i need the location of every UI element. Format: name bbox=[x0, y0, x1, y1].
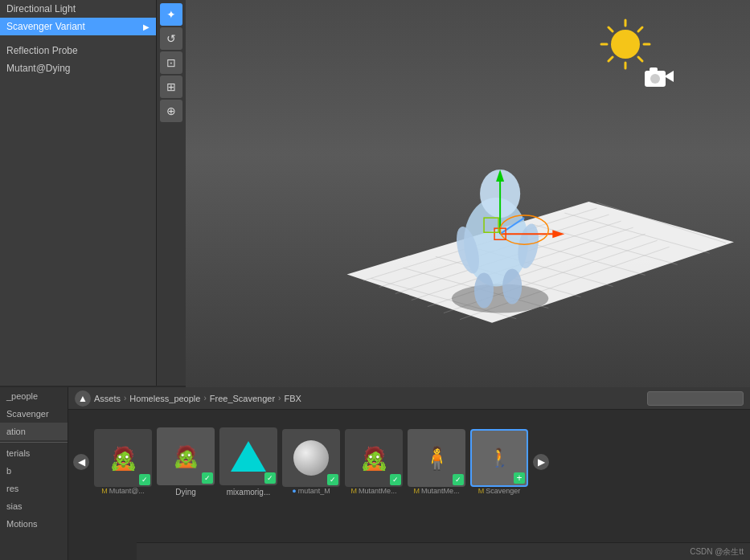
svg-line-24 bbox=[468, 246, 613, 286]
tool-btn-0[interactable]: ✦ bbox=[160, 3, 182, 26]
svg-line-27 bbox=[564, 213, 710, 253]
viewport[interactable] bbox=[186, 0, 750, 387]
svg-line-21 bbox=[371, 278, 517, 318]
sub-sidebar-item-people[interactable]: _people bbox=[0, 387, 68, 405]
camera-icon bbox=[643, 64, 674, 94]
asset-item-mutantme-2[interactable]: 🧍 ✓ M MutantMe... bbox=[408, 429, 465, 495]
sidebar-divider bbox=[0, 442, 68, 443]
svg-line-7 bbox=[638, 27, 642, 31]
svg-point-34 bbox=[474, 272, 494, 308]
svg-line-16 bbox=[395, 221, 621, 293]
sub-sidebar-item-scavenger[interactable]: Scavenger bbox=[0, 405, 68, 423]
breadcrumb-homeless[interactable]: Homeless_people bbox=[129, 394, 200, 403]
asset-thumb-dying: 🧟 ✓ bbox=[157, 427, 215, 485]
svg-point-32 bbox=[453, 224, 484, 276]
sub-sidebar-item-sias[interactable]: sias bbox=[0, 497, 68, 515]
svg-line-8 bbox=[609, 57, 613, 61]
triangle-icon bbox=[231, 441, 266, 472]
status-bar: CSDN @余生tt bbox=[137, 542, 750, 560]
svg-rect-43 bbox=[484, 218, 498, 232]
tool-btn-3[interactable]: ⊞ bbox=[160, 76, 182, 98]
sub-sidebar-item-motions[interactable]: Motions bbox=[0, 515, 68, 533]
asset-item-mutant-dying[interactable]: 🧟 ✓ M Mutant@... bbox=[94, 429, 152, 495]
asset-label-dying: Dying bbox=[175, 488, 196, 497]
svg-line-19 bbox=[444, 240, 658, 313]
asset-thumb-mutant-m: ✓ bbox=[282, 429, 340, 487]
svg-line-20 bbox=[460, 247, 670, 319]
asset-label-mutantme-1: M MutantMe... bbox=[350, 487, 396, 495]
tool-btn-1[interactable]: ↺ bbox=[160, 27, 182, 50]
asset-label-mutantme-2: M MutantMe... bbox=[413, 487, 459, 495]
tool-column: ✦ ↺ ⊡ ⊞ ⊕ bbox=[157, 0, 186, 386]
sub-sidebar-item-ation[interactable]: ation bbox=[0, 423, 68, 440]
svg-line-17 bbox=[412, 227, 633, 300]
tool-btn-2[interactable]: ⊡ bbox=[160, 51, 182, 74]
sub-sidebar-item-res[interactable]: res bbox=[0, 480, 68, 497]
svg-point-41 bbox=[500, 215, 548, 244]
svg-line-26 bbox=[532, 224, 678, 264]
breadcrumb-sep-3: › bbox=[278, 394, 281, 403]
asset-check-2: ✓ bbox=[202, 472, 213, 484]
asset-thumb-mutantme-2: 🧍 ✓ bbox=[408, 429, 465, 487]
asset-thumb-mutantme-1: 🧟 ✓ bbox=[345, 429, 403, 487]
bottom-panel: 制台 _people Scavenger ation terials b res… bbox=[0, 387, 750, 560]
svg-point-29 bbox=[452, 284, 548, 313]
svg-point-31 bbox=[480, 170, 520, 218]
svg-marker-10 bbox=[666, 71, 674, 82]
asset-label-mutant-m: ● mutant_M bbox=[292, 487, 330, 495]
svg-line-25 bbox=[500, 235, 645, 275]
asset-item-mixamorig[interactable]: ✓ mixamorig... bbox=[219, 427, 277, 497]
left-sub-sidebar: _people Scavenger ation terials b res si… bbox=[0, 387, 68, 560]
sub-sidebar-item-b[interactable]: b bbox=[0, 462, 68, 480]
asset-thumb-mixamorig: ✓ bbox=[219, 427, 277, 485]
asset-thumb-scavenger: 🚶 + bbox=[470, 429, 528, 487]
svg-marker-13 bbox=[347, 202, 734, 323]
sphere-icon bbox=[293, 440, 329, 476]
asset-label-mixamorig: mixamorig... bbox=[227, 488, 270, 497]
asset-check-1: ✓ bbox=[139, 474, 150, 485]
prev-asset-arrow[interactable]: ◀ bbox=[73, 454, 89, 470]
breadcrumb-bar: ▲ Assets › Homeless_people › Free_Scaven… bbox=[68, 387, 750, 410]
sidebar-item-empty bbox=[0, 35, 156, 42]
sidebar-item-directional-light[interactable]: Directional Light bbox=[0, 0, 156, 18]
sidebar-item-reflection-probe[interactable]: Reflection Probe bbox=[0, 42, 156, 59]
breadcrumb-sep-2: › bbox=[203, 394, 206, 403]
next-asset-arrow[interactable]: ▶ bbox=[533, 454, 549, 470]
assets-grid: ◀ 🧟 ✓ M Mutant@... 🧟 ✓ Dying bbox=[68, 410, 750, 514]
asset-item-scavenger[interactable]: 🚶 + M Scavenger bbox=[470, 429, 528, 495]
left-sidebar: Directional Light Scavenger Variant ▶ Re… bbox=[0, 0, 157, 386]
asset-check-6: ✓ bbox=[453, 474, 464, 485]
svg-marker-37 bbox=[496, 170, 504, 182]
asset-thumb-mutant-dying: 🧟 ✓ bbox=[94, 429, 152, 487]
breadcrumb-up-arrow[interactable]: ▲ bbox=[75, 390, 91, 407]
svg-point-0 bbox=[611, 30, 640, 59]
breadcrumb-fbx[interactable]: FBX bbox=[284, 394, 301, 403]
sidebar-item-scavenger-variant[interactable]: Scavenger Variant ▶ bbox=[0, 18, 156, 35]
asset-label-scavenger: M Scavenger bbox=[478, 487, 521, 495]
asset-item-dying[interactable]: 🧟 ✓ Dying bbox=[157, 427, 215, 497]
svg-marker-39 bbox=[552, 230, 564, 238]
svg-line-15 bbox=[379, 215, 609, 287]
asset-check-5: ✓ bbox=[390, 474, 401, 485]
sub-sidebar-item-materials[interactable]: terials bbox=[0, 444, 68, 462]
svg-point-30 bbox=[464, 198, 528, 286]
sidebar-item-mutant-dying[interactable]: Mutant@Dying bbox=[0, 59, 156, 77]
svg-line-5 bbox=[609, 27, 613, 31]
asset-plus-scavenger: + bbox=[514, 472, 525, 484]
asset-item-mutant-m[interactable]: ✓ ● mutant_M bbox=[282, 429, 340, 495]
breadcrumb-scavenger[interactable]: Free_Scavenger bbox=[210, 394, 275, 403]
search-input[interactable] bbox=[647, 391, 744, 406]
svg-line-6 bbox=[638, 57, 642, 61]
chevron-right-icon: ▶ bbox=[143, 22, 150, 31]
asset-check-3: ✓ bbox=[264, 472, 276, 484]
svg-line-40 bbox=[500, 218, 524, 234]
svg-line-14 bbox=[363, 208, 597, 280]
tool-btn-4[interactable]: ⊕ bbox=[160, 100, 182, 122]
breadcrumb-assets[interactable]: Assets bbox=[94, 394, 121, 403]
svg-point-11 bbox=[650, 74, 660, 84]
asset-item-mutantme-1[interactable]: 🧟 ✓ M MutantMe... bbox=[345, 429, 403, 495]
svg-rect-42 bbox=[494, 228, 506, 239]
grid-floor-svg bbox=[186, 0, 750, 387]
asset-label-mutant-dying: M Mutant@... bbox=[101, 487, 145, 495]
asset-check-4: ✓ bbox=[327, 474, 338, 485]
